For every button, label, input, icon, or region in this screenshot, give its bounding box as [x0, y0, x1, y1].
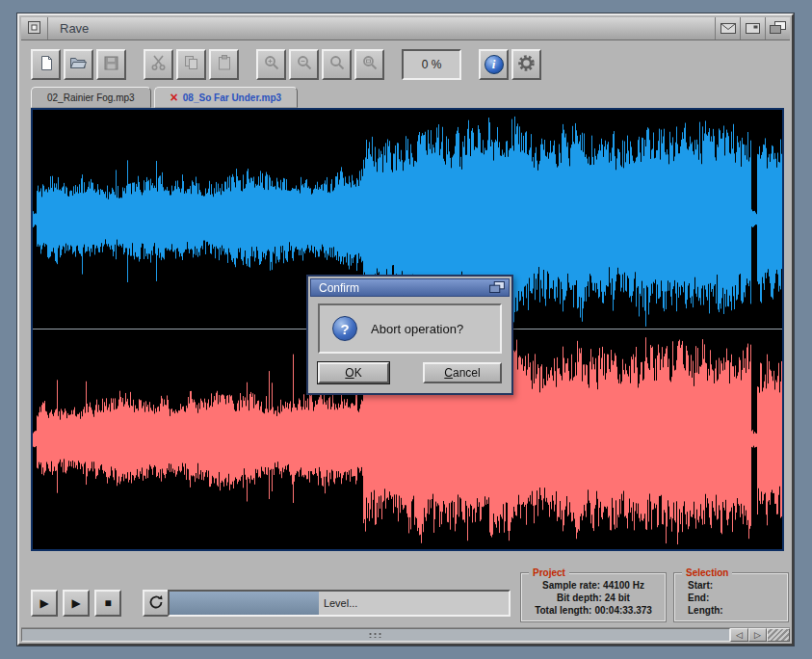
- play-icon: ▶: [71, 596, 80, 610]
- copy-icon: [184, 55, 198, 74]
- copy-button[interactable]: [176, 49, 206, 80]
- selection-panel-title: Selection: [682, 567, 732, 578]
- play-icon: ▶: [39, 596, 48, 610]
- new-file-icon: [39, 55, 54, 75]
- tab-so-far-under[interactable]: × 08_So Far Under.mp3: [154, 87, 298, 108]
- zoom-out-icon: [297, 55, 312, 74]
- transport-controls: ▶ ▶ ■: [31, 590, 170, 617]
- titlebar[interactable]: Rave: [21, 17, 790, 40]
- zoom-selection-icon: [362, 55, 378, 74]
- total-length-row: Total length:00:04:33.373: [523, 604, 664, 617]
- tab-bar: 02_Rainier Fog.mp3 × 08_So Far Under.mp3: [31, 87, 298, 108]
- iconify-icon: [720, 20, 736, 38]
- stop-icon: ■: [104, 596, 111, 610]
- resize-gadget[interactable]: [767, 628, 790, 642]
- zoom-in-button[interactable]: [256, 49, 286, 80]
- bottom-scrollbar: ◁ ▷: [21, 627, 790, 642]
- scroll-right-icon: ▷: [754, 630, 761, 640]
- toolbar: 0 % i: [31, 48, 541, 81]
- window-title: Rave: [60, 17, 715, 40]
- new-file-button[interactable]: [31, 49, 61, 80]
- progress-percent-display: 0 %: [402, 49, 461, 80]
- level-label: Level...: [324, 597, 357, 609]
- level-meter: Level...: [168, 590, 511, 617]
- close-window-button[interactable]: [21, 17, 48, 40]
- selection-length-row: Length:: [676, 604, 786, 617]
- save-icon: [104, 56, 118, 74]
- selection-start-row: Start:: [676, 579, 786, 592]
- dialog-depth-icon[interactable]: [489, 279, 505, 297]
- dialog-title: Confirm: [319, 281, 489, 295]
- cancel-button[interactable]: Cancel: [423, 362, 502, 383]
- open-folder-icon: [69, 56, 88, 73]
- ok-button-label: OK: [345, 366, 361, 380]
- sample-rate-value: 44100 Hz: [603, 580, 644, 591]
- zoom-in-icon: [264, 55, 279, 74]
- gear-icon: [517, 54, 536, 76]
- loop-icon: [148, 594, 165, 613]
- info-icon: i: [485, 55, 504, 74]
- tab-label: 02_Rainier Fog.mp3: [47, 92, 135, 103]
- ok-button[interactable]: OK: [318, 362, 389, 383]
- loop-button[interactable]: [143, 590, 170, 617]
- depth-icon: [770, 20, 786, 38]
- cut-button[interactable]: [144, 49, 173, 80]
- dialog-message-panel: ? Abort operation?: [318, 303, 502, 354]
- zoom-fit-button[interactable]: [322, 49, 352, 80]
- play-selection-button[interactable]: ▶: [63, 590, 90, 617]
- bit-depth-row: Bit depth:24 bit: [523, 592, 664, 604]
- cut-icon: [151, 55, 166, 74]
- confirm-dialog: Confirm ? Abort operation? OK Cancel: [306, 275, 513, 395]
- selection-end-row: End:: [676, 592, 786, 604]
- zoom-selection-button[interactable]: [354, 49, 384, 80]
- paste-button[interactable]: [209, 49, 239, 80]
- selection-length-label: Length:: [688, 605, 723, 616]
- tab-label: 08_So Far Under.mp3: [183, 92, 281, 103]
- zoom-out-button[interactable]: [289, 49, 319, 80]
- bit-depth-label: Bit depth:: [557, 593, 602, 603]
- total-length-label: Total length:: [535, 605, 591, 616]
- selection-start-label: Start:: [688, 580, 713, 591]
- sample-rate-row: Sample rate:44100 Hz: [523, 579, 664, 592]
- dialog-titlebar[interactable]: Confirm: [310, 278, 510, 297]
- settings-button[interactable]: [511, 49, 541, 80]
- dialog-buttons: OK Cancel: [318, 362, 502, 383]
- project-panel: Project Sample rate:44100 Hz Bit depth:2…: [520, 572, 667, 622]
- depth-gadget[interactable]: [765, 17, 790, 40]
- close-tab-icon[interactable]: ×: [170, 91, 178, 104]
- project-panel-title: Project: [529, 567, 569, 578]
- tab-rainier-fog[interactable]: 02_Rainier Fog.mp3: [31, 87, 151, 108]
- zoom-gadget[interactable]: [740, 17, 765, 40]
- dialog-body: ? Abort operation? OK Cancel: [310, 297, 510, 391]
- scroll-right-button[interactable]: ▷: [748, 628, 767, 642]
- paste-icon: [218, 55, 231, 74]
- total-length-value: 00:04:33.373: [594, 605, 652, 616]
- selection-end-label: End:: [688, 593, 709, 603]
- save-file-button[interactable]: [96, 49, 126, 80]
- info-button[interactable]: i: [479, 49, 509, 80]
- cancel-button-label: Cancel: [444, 366, 480, 380]
- zoom-fit-icon: [329, 55, 345, 74]
- zoom-window-icon: [746, 20, 760, 38]
- iconify-gadget[interactable]: [715, 17, 740, 40]
- selection-panel: Selection Start: End: Length:: [673, 572, 789, 622]
- scrollbar-grip[interactable]: [368, 632, 383, 638]
- sample-rate-label: Sample rate:: [542, 580, 600, 591]
- dialog-message: Abort operation?: [371, 322, 463, 336]
- scrollbar-track[interactable]: [21, 628, 730, 642]
- level-meter-fill: [170, 592, 319, 615]
- scroll-left-icon: ◁: [736, 630, 743, 640]
- open-file-button[interactable]: [64, 49, 93, 80]
- bit-depth-value: 24 bit: [605, 593, 630, 603]
- play-button[interactable]: ▶: [31, 590, 58, 617]
- stop-button[interactable]: ■: [94, 590, 121, 617]
- question-icon: ?: [332, 316, 357, 341]
- scroll-left-button[interactable]: ◁: [730, 628, 748, 642]
- close-icon: [28, 20, 40, 38]
